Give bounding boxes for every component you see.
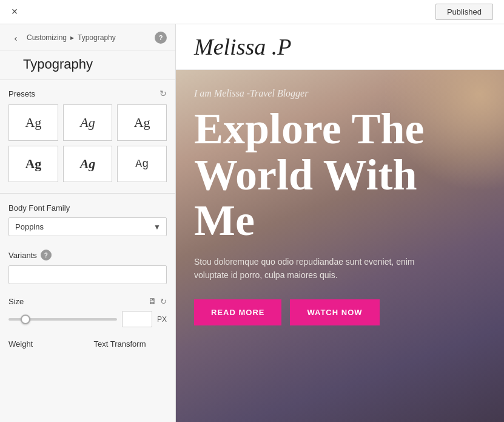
top-bar: × Published (0, 0, 504, 24)
preset-item-3[interactable]: Ag (117, 104, 167, 141)
weight-transform-row: Weight Text Transform (0, 333, 175, 355)
preset-item-4[interactable]: Ag (8, 146, 58, 182)
variants-help-icon[interactable]: ? (41, 250, 52, 260)
preset-item-1[interactable]: Ag (8, 104, 58, 141)
site-header: Melissa .P (176, 24, 504, 70)
presets-label: Presets ↻ (8, 89, 167, 98)
size-refresh-icon[interactable]: ↻ (160, 297, 167, 306)
sidebar-title: Typography (0, 50, 175, 80)
preview-area: Melissa .P I am Melissa -Travel Blogger … (176, 24, 504, 422)
size-input[interactable]: 16 (122, 311, 152, 327)
breadcrumb-typography: Typography (78, 33, 116, 42)
published-button[interactable]: Published (435, 4, 493, 20)
close-button[interactable]: × (6, 4, 23, 21)
font-family-select[interactable]: Poppins Open Sans Roboto Lato Montserrat… (8, 217, 167, 236)
back-button[interactable]: ‹ (8, 30, 23, 45)
monitor-icon[interactable]: 🖥 (148, 296, 156, 306)
help-button[interactable]: ? (155, 32, 167, 44)
preset-item-2[interactable]: Ag (63, 104, 113, 141)
text-transform-label: Text Transform (94, 339, 167, 349)
site-logo: Melissa .P (194, 33, 291, 60)
variants-label: Variants ? (8, 250, 167, 260)
font-select-wrapper: Poppins Open Sans Roboto Lato Montserrat… (8, 217, 167, 236)
presets-refresh-icon[interactable]: ↻ (160, 89, 167, 98)
sidebar: ‹ Customizing ▸ Typography ? Typography … (0, 24, 176, 422)
size-unit: PX (157, 315, 167, 324)
size-controls: 16 PX (8, 311, 167, 327)
read-more-button[interactable]: READ MORE (194, 299, 281, 325)
preset-item-6[interactable]: Ag (117, 146, 167, 182)
size-icons: 🖥 ↻ (148, 296, 167, 306)
size-label: Size 🖥 ↻ (8, 296, 167, 306)
hero-title: Explore The World With Me (194, 106, 486, 244)
hero-subtitle: I am Melissa -Travel Blogger (194, 88, 486, 99)
hero-section: I am Melissa -Travel Blogger Explore The… (176, 70, 504, 422)
hero-body-text: Stou doloremque quo odio repudiandae sun… (194, 255, 449, 282)
weight-label: Weight (8, 339, 82, 349)
size-section: Size 🖥 ↻ 16 PX (0, 290, 175, 333)
main-layout: ‹ Customizing ▸ Typography ? Typography … (0, 24, 504, 422)
watch-now-button[interactable]: WATCH NOW (290, 299, 379, 325)
font-family-section: Body Font Family Poppins Open Sans Robot… (0, 196, 175, 243)
hero-content: I am Melissa -Travel Blogger Explore The… (176, 70, 504, 325)
weight-col: Weight (8, 339, 82, 349)
size-slider[interactable] (8, 318, 117, 321)
breadcrumb-customizing: Customizing (27, 33, 67, 42)
variants-input[interactable] (8, 265, 167, 284)
breadcrumb-arrow: ▸ (70, 33, 74, 42)
divider-1 (0, 193, 175, 194)
hero-buttons: READ MORE WATCH NOW (194, 299, 486, 325)
preview-inner: Melissa .P I am Melissa -Travel Blogger … (176, 24, 504, 422)
preset-grid: Ag Ag Ag Ag Ag Ag (8, 104, 167, 182)
presets-section: Presets ↻ Ag Ag Ag Ag Ag Ag (0, 80, 175, 191)
text-transform-col: Text Transform (94, 339, 167, 349)
body-font-label: Body Font Family (8, 203, 167, 213)
sidebar-header: ‹ Customizing ▸ Typography ? (0, 24, 175, 50)
variants-section: Variants ? (0, 243, 175, 290)
preset-item-5[interactable]: Ag (63, 146, 113, 182)
